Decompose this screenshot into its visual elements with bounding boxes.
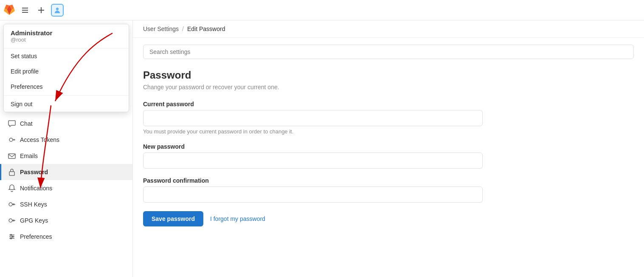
sidebar-toggle-button[interactable] — [19, 4, 31, 17]
svg-point-16 — [9, 203, 12, 206]
breadcrumb-parent[interactable]: User Settings — [143, 25, 179, 32]
sidebar-item-password-label: Password — [20, 169, 48, 175]
new-password-group: New password — [143, 143, 634, 169]
breadcrumb-separator: / — [182, 25, 184, 32]
form-actions: Save password I forgot my password — [143, 211, 634, 226]
svg-point-20 — [11, 238, 12, 239]
sidebar-item-access-tokens-label: Access Tokens — [20, 136, 59, 143]
svg-point-17 — [9, 219, 12, 222]
current-password-group: Current password You must provide your c… — [143, 101, 634, 135]
sidebar-item-preferences-label: Preferences — [20, 233, 52, 240]
sidebar: Administrator @root Set status Edit prof… — [0, 20, 133, 277]
sidebar-item-ssh-keys-label: SSH Keys — [20, 201, 47, 208]
avatar-button[interactable] — [51, 4, 64, 17]
confirm-password-group: Password confirmation — [143, 177, 634, 203]
sidebar-item-chat[interactable]: Chat — [0, 116, 132, 132]
bell-icon — [8, 184, 16, 192]
current-password-label: Current password — [143, 101, 634, 107]
sidebar-item-password[interactable]: Password — [0, 164, 132, 180]
svg-point-11 — [56, 8, 59, 10]
sliders-icon — [8, 233, 16, 240]
save-password-button[interactable]: Save password — [143, 211, 203, 226]
search-bar-wrapper — [143, 45, 634, 59]
svg-rect-15 — [9, 172, 14, 175]
section-title: Password — [143, 69, 634, 81]
breadcrumb: User Settings / Edit Password — [133, 20, 644, 38]
svg-rect-14 — [8, 154, 15, 158]
sidebar-nav: Chat Access Tokens Emails — [0, 116, 132, 245]
email-icon — [8, 152, 16, 160]
svg-point-19 — [12, 236, 14, 237]
user-handle: @root — [11, 37, 122, 43]
forgot-password-link[interactable]: I forgot my password — [210, 215, 265, 222]
topbar — [0, 0, 644, 20]
user-menu-dropdown: Administrator @root Set status Edit prof… — [3, 24, 129, 112]
sidebar-item-emails[interactable]: Emails — [0, 148, 132, 164]
confirm-password-label: Password confirmation — [143, 177, 634, 184]
svg-rect-5 — [22, 8, 28, 8]
key-icon — [8, 136, 16, 144]
svg-rect-9 — [38, 10, 44, 11]
sidebar-item-ssh-keys[interactable]: SSH Keys — [0, 196, 132, 212]
current-password-hint: You must provide your current password i… — [143, 128, 634, 135]
sidebar-item-notifications-label: Notifications — [20, 185, 52, 192]
breadcrumb-current: Edit Password — [187, 25, 225, 32]
right-panel: User Settings / Edit Password Password C… — [133, 20, 644, 277]
new-item-button[interactable] — [35, 4, 48, 17]
svg-point-18 — [11, 235, 12, 236]
confirm-password-input[interactable] — [143, 187, 483, 203]
svg-rect-6 — [22, 10, 28, 11]
sidebar-item-preferences[interactable]: Preferences — [0, 229, 132, 245]
menu-item-sign-out[interactable]: Sign out — [4, 96, 129, 112]
new-password-label: New password — [143, 143, 634, 150]
content-area: Password Change your password or recover… — [133, 38, 644, 277]
sidebar-item-gpg-keys-label: GPG Keys — [20, 217, 48, 224]
current-password-input[interactable] — [143, 110, 483, 126]
gpg-key-icon — [8, 217, 16, 224]
svg-point-13 — [9, 138, 13, 141]
section-subtitle: Change your password or recover your cur… — [143, 84, 634, 90]
user-info: Administrator @root — [4, 24, 129, 48]
gitlab-logo — [3, 4, 15, 16]
menu-item-set-status[interactable]: Set status — [4, 48, 129, 64]
main-layout: Administrator @root Set status Edit prof… — [0, 20, 644, 277]
sidebar-item-chat-label: Chat — [20, 120, 33, 127]
lock-icon — [8, 168, 16, 176]
chat-icon — [8, 120, 16, 127]
sidebar-item-emails-label: Emails — [20, 153, 38, 159]
sidebar-item-notifications[interactable]: Notifications — [0, 180, 132, 196]
user-name: Administrator — [11, 29, 122, 37]
dropdown-divider — [4, 95, 129, 96]
new-password-input[interactable] — [143, 153, 483, 169]
sidebar-item-access-tokens[interactable]: Access Tokens — [0, 132, 132, 148]
ssh-key-icon — [8, 201, 16, 208]
menu-item-preferences[interactable]: Preferences — [4, 79, 129, 94]
menu-item-edit-profile[interactable]: Edit profile — [4, 64, 129, 79]
sidebar-item-gpg-keys[interactable]: GPG Keys — [0, 212, 132, 229]
svg-rect-7 — [22, 12, 28, 13]
search-input[interactable] — [143, 45, 634, 59]
